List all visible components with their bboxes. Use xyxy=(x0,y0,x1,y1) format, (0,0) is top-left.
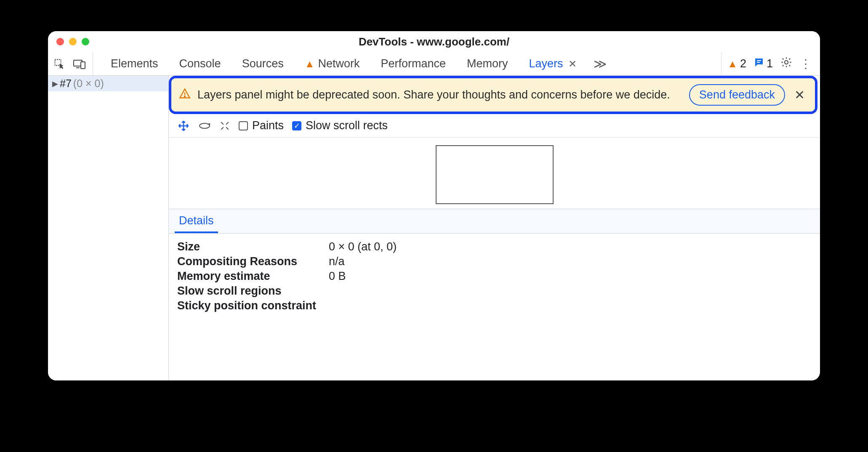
tab-memory[interactable]: Memory xyxy=(458,54,517,74)
layer-tree-item[interactable]: ▶ #7 (0 × 0) xyxy=(48,76,168,91)
layers-main: Layers panel might be deprecated soon. S… xyxy=(169,76,820,380)
checkbox-unchecked-icon xyxy=(239,121,248,130)
svg-point-8 xyxy=(184,96,185,97)
tab-details[interactable]: Details xyxy=(175,209,218,233)
detail-label: Sticky position constraint xyxy=(177,299,329,312)
pan-icon[interactable] xyxy=(177,120,190,132)
layer-rect[interactable] xyxy=(436,145,554,204)
svg-rect-3 xyxy=(81,62,85,69)
inspect-element-icon[interactable] xyxy=(52,57,67,71)
slow-scroll-label: Slow scroll rects xyxy=(306,119,388,132)
kebab-menu-icon[interactable]: ⋮ xyxy=(800,57,812,71)
svg-point-9 xyxy=(200,123,210,128)
device-toolbar-icon[interactable] xyxy=(72,57,87,71)
layer-dimensions: (0 × 0) xyxy=(73,77,104,90)
devtools-window: DevTools - www.google.com/ Elements Cons… xyxy=(48,31,820,380)
tab-network-label: Network xyxy=(318,57,359,70)
detail-row-slow-scroll: Slow scroll regions xyxy=(177,284,812,298)
rotate-icon[interactable] xyxy=(198,121,211,131)
details-body: Size 0 × 0 (at 0, 0) Compositing Reasons… xyxy=(169,234,820,319)
svg-rect-4 xyxy=(757,60,761,61)
close-icon[interactable]: ✕ xyxy=(792,88,807,102)
content-area: ▶ #7 (0 × 0) Layers panel might be depre… xyxy=(48,76,820,380)
detail-label: Memory estimate xyxy=(177,270,329,283)
checkbox-checked-icon: ✓ xyxy=(292,121,301,130)
issues-count: 2 xyxy=(740,57,746,70)
send-feedback-button[interactable]: Send feedback xyxy=(689,84,785,106)
layers-canvas[interactable] xyxy=(169,138,820,209)
warning-icon xyxy=(179,88,191,102)
paints-label: Paints xyxy=(252,119,284,132)
detail-value: 0 B xyxy=(329,270,346,283)
messages-count: 1 xyxy=(767,57,773,70)
paints-checkbox-group[interactable]: Paints xyxy=(239,119,284,132)
detail-row-memory: Memory estimate 0 B xyxy=(177,269,812,284)
deprecation-banner: Layers panel might be deprecated soon. S… xyxy=(171,78,815,112)
warning-icon: ▲ xyxy=(305,58,315,70)
zoom-window-button[interactable] xyxy=(82,38,89,45)
main-toolbar: Elements Console Sources ▲ Network Perfo… xyxy=(48,52,820,76)
messages-badge[interactable]: 1 xyxy=(754,57,773,70)
close-window-button[interactable] xyxy=(56,38,64,45)
tab-performance[interactable]: Performance xyxy=(371,54,455,74)
tab-sources[interactable]: Sources xyxy=(233,54,293,74)
detail-label: Size xyxy=(177,240,329,253)
banner-highlight: Layers panel might be deprecated soon. S… xyxy=(169,76,817,114)
reset-view-icon[interactable] xyxy=(219,120,230,131)
svg-point-6 xyxy=(785,61,788,64)
message-icon xyxy=(754,57,764,70)
tab-console[interactable]: Console xyxy=(170,54,230,74)
tab-network[interactable]: ▲ Network xyxy=(296,54,369,74)
tab-elements[interactable]: Elements xyxy=(101,54,168,74)
detail-row-size: Size 0 × 0 (at 0, 0) xyxy=(177,239,812,254)
chevron-right-icon: ▶ xyxy=(52,79,58,88)
banner-text: Layers panel might be deprecated soon. S… xyxy=(197,88,682,101)
detail-value: n/a xyxy=(329,255,345,268)
warning-icon: ▲ xyxy=(727,58,738,70)
detail-value: 0 × 0 (at 0, 0) xyxy=(329,240,397,253)
window-title: DevTools - www.google.com/ xyxy=(48,35,820,48)
layers-view-toolbar: Paints ✓ Slow scroll rects xyxy=(169,114,820,138)
tab-layers-label: Layers xyxy=(529,57,563,70)
layer-name: #7 xyxy=(60,77,72,90)
tabs-overflow-icon[interactable]: ≫ xyxy=(590,56,610,71)
svg-rect-5 xyxy=(757,62,760,63)
minimize-window-button[interactable] xyxy=(69,38,77,45)
issues-badge[interactable]: ▲ 2 xyxy=(727,57,746,70)
detail-label: Compositing Reasons xyxy=(177,255,329,268)
close-icon[interactable]: ✕ xyxy=(567,58,578,70)
details-tabbar: Details xyxy=(169,209,820,234)
detail-row-sticky: Sticky position constraint xyxy=(177,298,812,313)
panel-tabs: Elements Console Sources ▲ Network Perfo… xyxy=(96,54,719,74)
detail-label: Slow scroll regions xyxy=(177,284,329,298)
tab-layers[interactable]: Layers ✕ xyxy=(520,54,588,74)
traffic-lights xyxy=(48,38,89,45)
slow-scroll-checkbox-group[interactable]: ✓ Slow scroll rects xyxy=(292,119,388,132)
layers-sidebar: ▶ #7 (0 × 0) xyxy=(48,76,169,380)
titlebar: DevTools - www.google.com/ xyxy=(48,31,820,52)
detail-row-compositing: Compositing Reasons n/a xyxy=(177,254,812,269)
gear-icon[interactable] xyxy=(780,56,792,71)
